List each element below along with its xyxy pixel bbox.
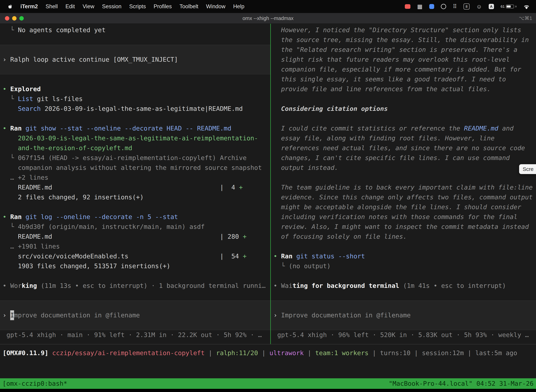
menu-item-toolbelt[interactable]: Toolbelt <box>176 3 202 10</box>
terminal-line: of focusing solely on file lines. <box>271 232 536 242</box>
right-pane[interactable]: However, I noticed the "Directory Struct… <box>271 24 536 344</box>
input-ghost-text: Improve documentation in @filename <box>281 310 411 320</box>
terminal-window: └ No agents completed yet › Ralph loop a… <box>0 24 536 389</box>
terminal-line: the source tree, missing the essay. Stil… <box>271 35 536 45</box>
terminal-line: might be acceptable alongside the file l… <box>271 202 536 212</box>
terminal-line: └ 4b9d30f (origin/main, instructkr/main,… <box>0 222 270 232</box>
terminal-line <box>0 202 270 212</box>
terminal-line: [OMX#0.11.9] cczip/essay/ai-reimplementa… <box>0 349 536 359</box>
tmux-status-bar: [omx-cczip0:bash* "MacBook-Pro-44.local"… <box>0 378 536 389</box>
menu-item-help[interactable]: Help <box>229 3 248 10</box>
input-source-icon[interactable]: A <box>489 4 494 9</box>
battery-icon <box>506 5 514 9</box>
terminal-line: I could cite commit statistics or refere… <box>271 123 536 133</box>
menu-bar: iTerm2 Shell Edit View Session Scripts P… <box>0 0 536 13</box>
menu-bar-status-icons: ▦ ⠿ 8 ☺ A 61 <box>405 4 536 9</box>
terminal-output: However, I noticed the "Directory Struct… <box>271 25 536 300</box>
terminal-line <box>0 35 270 45</box>
terminal-line: └ (no output) <box>271 261 536 271</box>
queued-prompt-text: Ralph loop active continue [OMX_TMUX_INJ… <box>10 55 178 65</box>
left-pane[interactable]: └ No agents completed yet › Ralph loop a… <box>0 24 270 344</box>
terminal-line: essay file, along with finding root file… <box>271 133 536 143</box>
menu-item-view[interactable]: View <box>79 3 98 10</box>
keyboard-viewer-icon[interactable]: ▦ <box>417 4 422 9</box>
terminal-line: companion file, especially if more comme… <box>271 65 536 74</box>
terminal-line: └ List git ls-files <box>0 94 270 104</box>
terminal-line: companion analysis without altering the … <box>0 163 270 173</box>
terminal-output: • Explored └ List git ls-files Search 20… <box>0 74 270 300</box>
split-panes: └ No agents completed yet › Ralph loop a… <box>0 24 536 344</box>
menu-item-iterm2[interactable]: iTerm2 <box>17 3 42 10</box>
apple-menu[interactable] <box>5 3 17 10</box>
terminal-line: output instead. <box>271 163 536 173</box>
terminal-line: 1903 files changed, 513517 insertions(+) <box>0 261 270 271</box>
terminal-line: review. Also, I might want to inspect th… <box>271 222 536 232</box>
omx-status-bar: [OMX#0.11.9] cczip/essay/ai-reimplementa… <box>0 344 536 359</box>
terminal-line: 2026-03-09-is-legal-the-same-as-legitima… <box>0 133 270 143</box>
menu-item-profiles[interactable]: Profiles <box>150 3 176 10</box>
terminal-line <box>0 271 270 281</box>
terminal-line <box>271 291 536 300</box>
input-ghost-text: mprove documentation in @filename <box>14 310 140 320</box>
window-shortcut-label: ⌥⌘1 <box>519 13 532 23</box>
prompt-chevron: › <box>273 310 281 320</box>
terminal-line: README.md | 280 + <box>0 232 270 242</box>
terminal-line: • Ran git show --stat --oneline --decora… <box>0 123 270 133</box>
app-ring-icon[interactable] <box>441 4 446 9</box>
keycap-8-icon[interactable]: 8 <box>464 4 469 9</box>
wifi-icon[interactable] <box>523 4 530 9</box>
window-title: omx --xhigh --madmax <box>0 13 536 23</box>
apple-logo-icon <box>7 3 13 10</box>
menu-item-session[interactable]: Session <box>98 3 125 10</box>
queued-prompt-box: › Ralph loop active continue [OMX_TMUX_I… <box>0 45 270 74</box>
terminal-line: • Ran git log --oneline --decorate -n 5 … <box>0 212 270 222</box>
screen-recording-indicator-icon[interactable] <box>405 4 411 9</box>
prompt-input[interactable]: › I mprove documentation in @filename <box>0 300 270 330</box>
terminal-line: … +2 lines <box>0 173 270 182</box>
model-status-line: gpt-5.4 xhigh · main · 91% left · 2.31M … <box>0 330 270 340</box>
text-cursor: I <box>10 310 14 320</box>
battery-percent-label: 61 <box>501 5 505 9</box>
terminal-output: └ No agents completed yet <box>0 25 270 45</box>
terminal-line: • Waiting for background terminal (1m 41… <box>271 281 536 291</box>
terminal-line: slight risk that future readers may over… <box>271 55 536 65</box>
terminal-line <box>271 242 536 251</box>
terminal-line: the "Related research writing" section i… <box>271 45 536 55</box>
menu-item-edit[interactable]: Edit <box>62 3 79 10</box>
terminal-line: 2 files changed, 92 insertions(+) <box>0 192 270 202</box>
terminal-line: … +1901 lines <box>0 242 270 251</box>
terminal-line <box>0 74 270 84</box>
model-status-line: gpt-5.4 xhigh · 96% left · 520K in · 5.8… <box>271 330 536 340</box>
prompt-input[interactable]: › Improve documentation in @filename <box>271 300 536 330</box>
terminal-line: README.md | 4 + <box>0 182 270 192</box>
raycast-icon[interactable] <box>429 4 434 9</box>
terminal-line: • Explored <box>0 84 270 94</box>
terminal-line: • Working (11m 13s • esc to interrupt) ·… <box>0 281 270 291</box>
tmux-session-info: [omx-cczip0:bash* <box>2 378 67 389</box>
terminal-line <box>271 271 536 281</box>
terminal-line: • Ran git status --short <box>271 251 536 261</box>
menu-bar-left: iTerm2 Shell Edit View Session Scripts P… <box>0 3 248 10</box>
menu-item-shell[interactable]: Shell <box>42 3 62 10</box>
battery-indicator[interactable]: 61 <box>501 5 516 9</box>
window-title-bar[interactable]: omx --xhigh --madmax ⌥⌘1 <box>0 13 536 24</box>
terminal-line: Considering citation options <box>271 104 536 114</box>
menu-item-scripts[interactable]: Scripts <box>125 3 150 10</box>
terminal-line: └ 067f154 (HEAD -> essay/ai-reimplementa… <box>0 153 270 163</box>
terminal-line <box>0 114 270 123</box>
account-icon[interactable]: ☺ <box>476 4 482 9</box>
terminal-line: However, I noticed the "Directory Struct… <box>271 25 536 35</box>
tmux-host-time: "MacBook-Pro-44.local" 04:52 31-Mar-26 <box>389 378 534 389</box>
prompt-chevron: › <box>3 310 10 320</box>
dots-grid-icon[interactable]: ⠿ <box>453 4 457 9</box>
terminal-line: this single essay, it seems like a good … <box>271 74 536 84</box>
screen-share-button[interactable]: Scre <box>519 164 536 174</box>
terminal-line: Search 2026-03-09-is-legal-the-same-as-l… <box>0 104 270 114</box>
terminal-line: and-the-erosion-of-copyleft.md <box>0 143 270 153</box>
menu-item-window[interactable]: Window <box>202 3 229 10</box>
terminal-line: references need actual files, and since … <box>271 143 536 153</box>
prompt-chevron: › <box>3 55 10 65</box>
terminal-line: src/voice/voiceModeEnabled.ts | 54 + <box>0 251 270 261</box>
terminal-line: including verification notes with those … <box>271 212 536 222</box>
terminal-line: The team guideline is to back every impo… <box>271 182 536 192</box>
